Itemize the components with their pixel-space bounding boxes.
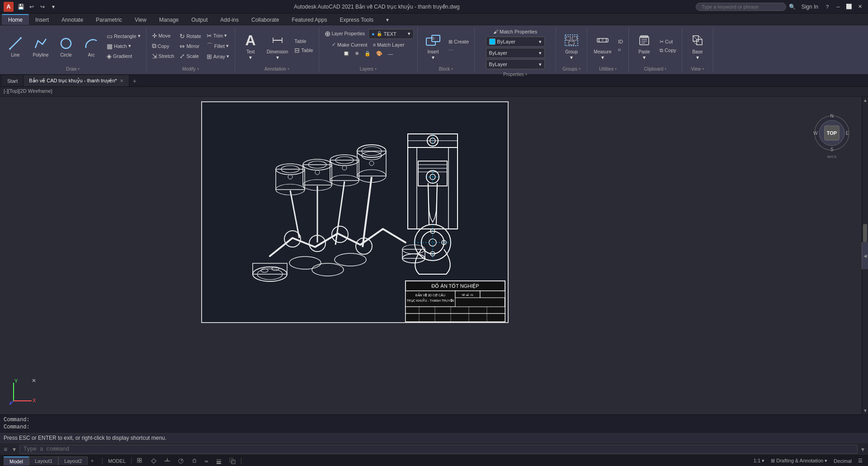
customize-button[interactable]: ≡ <box>2 445 9 454</box>
redo-button[interactable]: ↪ <box>38 2 47 11</box>
copy-tool[interactable]: ⧉ Copy <box>150 41 176 51</box>
stretch-tool[interactable]: ⇲ Stretch <box>150 52 176 61</box>
isolate-tool[interactable]: 🔲 <box>341 50 351 57</box>
group-tool[interactable]: Group▾ <box>560 29 583 62</box>
gradient-tool[interactable]: ◈ Gradient <box>105 52 142 61</box>
rotate-tool[interactable]: ↻ Rotate <box>178 32 203 41</box>
ortho-button[interactable] <box>162 458 172 464</box>
match-properties-tool[interactable]: 🖌 Match Properties <box>491 28 539 35</box>
tab-collaborate[interactable]: Collaborate <box>245 15 285 25</box>
circle-tool[interactable]: Circle <box>54 33 78 59</box>
workspace-button[interactable]: ⊞ Drafting & Annotation ▾ <box>769 458 829 464</box>
tab-drawing[interactable]: Bản vẽ CAD trục khuỷu - thanh truyền* ✕ <box>24 75 129 86</box>
modify-group-label[interactable]: Modify ▾ <box>182 65 198 71</box>
array-tool[interactable]: ⊞ Array▾ <box>205 52 231 61</box>
draw-group-label[interactable]: Draw ▾ <box>66 65 80 71</box>
help-button[interactable]: ? <box>823 2 832 11</box>
block-group-label[interactable]: Block ▾ <box>439 65 453 71</box>
utilities-group-label[interactable]: Utilities ▾ <box>599 65 617 71</box>
snap-button[interactable] <box>149 458 159 464</box>
restore-button[interactable]: ⬜ <box>844 2 854 11</box>
table-tool[interactable]: ⊟ Table <box>292 46 315 55</box>
sign-in-label[interactable]: Sign In <box>802 4 818 10</box>
trim-tool[interactable]: ✂ Trim▾ <box>205 31 231 40</box>
tab-layout2[interactable]: Layout2 <box>58 456 88 465</box>
linetype-tool[interactable]: — <box>386 50 395 57</box>
scroll-down-button[interactable]: ▼ <box>863 408 867 414</box>
tab-layout1[interactable]: Layout1 <box>29 456 58 465</box>
hatch-tool[interactable]: ▦ Hatch▾ <box>105 42 142 51</box>
save-button[interactable]: 💾 <box>16 2 25 11</box>
paste-tool[interactable]: Paste▾ <box>632 29 656 62</box>
search-input[interactable] <box>696 3 786 11</box>
groups-group-label[interactable]: Groups ▾ <box>562 65 580 71</box>
match-layer-tool[interactable]: ≡ Match Layer <box>371 41 406 48</box>
scroll-thumb[interactable] <box>863 224 867 242</box>
annotation-group-label[interactable]: Annotation ▾ <box>264 65 289 71</box>
statusbar-more-button[interactable]: ☰ <box>856 458 864 464</box>
layers-group-label[interactable]: Layers ▾ <box>360 65 377 71</box>
tab-close-button[interactable]: ✕ <box>120 78 123 83</box>
tab-output[interactable]: Output <box>185 15 214 25</box>
search-button[interactable]: 🔍 <box>788 2 797 11</box>
rectangle-tool[interactable]: ▭ Rectangle▾ <box>105 32 142 41</box>
add-layout-button[interactable]: + <box>88 456 97 466</box>
lock-tool[interactable]: 🔒 <box>363 50 373 57</box>
move-tool[interactable]: ✛ Move <box>150 31 176 40</box>
lineweight-button[interactable] <box>214 458 224 464</box>
tab-view[interactable]: View <box>128 15 153 25</box>
minimize-button[interactable]: ─ <box>834 2 843 11</box>
panel-collapse-handle[interactable]: ◀ <box>862 242 868 269</box>
qcalc-tool[interactable]: ⌗ <box>616 46 625 54</box>
text-tool[interactable]: A Text▾ <box>239 29 262 62</box>
tab-home[interactable]: Home <box>2 14 29 25</box>
tab-manage[interactable]: Manage <box>153 15 185 25</box>
drawing-viewport[interactable]: ĐỒ ÁN TỐT NGHIỆP BẢN VẼ 3D CƠ CẤU TRỤC K… <box>201 101 509 323</box>
app-icon[interactable]: A <box>4 2 14 12</box>
tab-start[interactable]: Start <box>2 75 24 86</box>
units-button[interactable]: Decimal <box>832 458 854 464</box>
mirror-tool[interactable]: ⇔ Mirror <box>178 42 203 51</box>
command-input[interactable] <box>19 445 858 454</box>
scale-tool[interactable]: ⤢ Scale <box>178 52 203 61</box>
model-indicator[interactable]: MODEL <box>106 458 127 464</box>
layer-selector[interactable]: ● 🔓 TEXT ▾ <box>368 29 414 39</box>
tab-more[interactable]: ▾ <box>380 15 395 25</box>
view-compass[interactable]: TOP N E S W W/CS <box>809 110 854 156</box>
polar-button[interactable] <box>176 458 186 464</box>
polyline-tool[interactable]: Polyline <box>29 33 52 59</box>
scroll-up-button[interactable]: ▲ <box>863 98 867 103</box>
as-text-tool[interactable]: Table <box>292 38 315 45</box>
otrack-button[interactable]: ∞ <box>203 458 210 464</box>
line-tool[interactable]: Line <box>4 33 27 59</box>
recent-commands-button[interactable]: ▾ <box>11 445 18 454</box>
tab-express[interactable]: Express Tools <box>333 15 379 25</box>
transparency-button[interactable] <box>227 458 237 464</box>
linetype-selector[interactable]: ByLayer ▾ <box>486 48 545 58</box>
layer-properties-tool[interactable]: ⊕ Layer Properties <box>323 28 367 39</box>
fillet-tool[interactable]: ⌒ Fillet▾ <box>205 41 231 51</box>
lineweight-selector[interactable]: ByLayer ▾ <box>486 59 545 69</box>
insert-tool[interactable]: B Insert▾ <box>421 29 445 62</box>
make-current-tool[interactable]: ✓ Make Current <box>330 41 369 48</box>
arc-tool[interactable]: Arc <box>80 33 103 59</box>
qat-dropdown-button[interactable]: ▾ <box>49 2 58 11</box>
grid-button[interactable] <box>135 458 145 464</box>
new-tab-button[interactable]: + <box>129 76 140 86</box>
osnap-button[interactable] <box>189 458 199 464</box>
tab-model[interactable]: Model <box>4 456 29 466</box>
properties-group-label[interactable]: Properties ▾ <box>503 70 527 77</box>
tab-insert[interactable]: Insert <box>29 15 55 25</box>
color-tool[interactable]: 🎨 <box>374 50 384 57</box>
tab-annotate[interactable]: Annotate <box>55 15 90 25</box>
copy-clip-tool[interactable]: ⧉ Copy <box>658 47 678 54</box>
create-block-tool[interactable]: ⊞ Create <box>447 38 471 46</box>
measure-tool[interactable]: Measure▾ <box>591 29 614 62</box>
undo-button[interactable]: ↩ <box>27 2 36 11</box>
tab-addins[interactable]: Add-ins <box>214 15 245 25</box>
tab-parametric[interactable]: Parametric <box>90 15 128 25</box>
id-tool[interactable]: ID <box>616 38 625 45</box>
dimension-tool[interactable]: Dimension▾ <box>264 29 291 62</box>
tab-featured[interactable]: Featured Apps <box>285 15 333 25</box>
color-selector[interactable]: ByLayer ▾ <box>486 37 545 47</box>
